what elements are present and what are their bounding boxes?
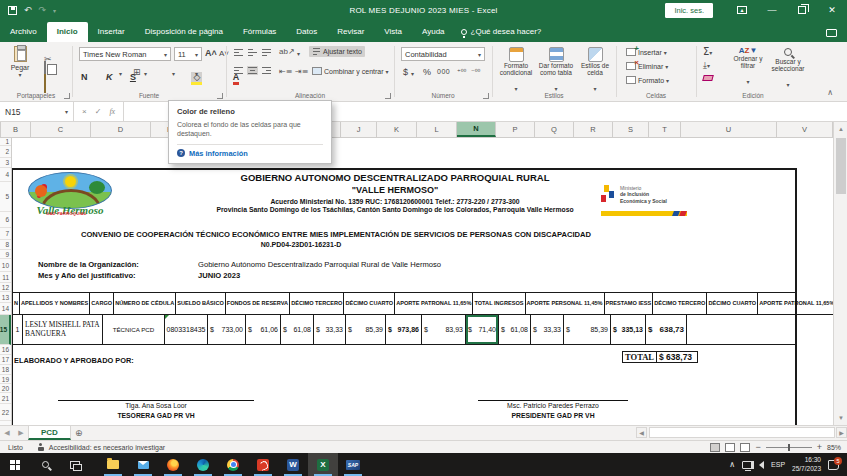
column-header[interactable]: V xyxy=(777,122,833,137)
tell-me-box[interactable]: ¿Qué desea hacer? xyxy=(455,27,552,42)
column-header[interactable]: P xyxy=(496,122,535,137)
comma-style-icon[interactable]: 000 xyxy=(437,68,450,75)
insert-function-icon[interactable]: fx xyxy=(109,107,115,116)
sheet-tab-pcd[interactable]: PCD xyxy=(28,426,71,440)
orientation-dropdown-icon[interactable]: ▾ xyxy=(297,50,300,57)
edge-button[interactable] xyxy=(188,453,218,476)
column-header[interactable]: T xyxy=(649,122,681,137)
scroll-up-icon[interactable]: ▲ xyxy=(834,122,847,136)
column-header[interactable]: N xyxy=(457,122,496,137)
payroll-header-cell[interactable]: APORTE PERSONAL 11,45% xyxy=(526,293,605,315)
find-select-button[interactable]: Buscar y seleccionar▾ xyxy=(769,46,807,91)
cell-liquido-recibir[interactable]: $638,73 xyxy=(646,315,687,344)
clock[interactable]: 16:30 25/7/2023 xyxy=(792,456,821,473)
column-header[interactable]: S xyxy=(613,122,649,137)
payroll-header-cell[interactable]: SUELDO BÁSICO xyxy=(176,293,226,315)
delete-cells-button[interactable]: Eliminar▾ xyxy=(623,61,671,71)
language-indicator[interactable]: ESP xyxy=(771,461,785,468)
payroll-header-cell[interactable]: DÉCIMO CUARTO xyxy=(344,293,395,315)
accounting-dropdown-icon[interactable]: ▾ xyxy=(411,70,414,77)
word-button[interactable]: W xyxy=(278,453,308,476)
cell-aporte-patronal-egr[interactable]: $85,39 xyxy=(564,315,611,344)
cell-styles-button[interactable]: Estilos de celda▾ xyxy=(577,47,613,95)
ribbon-tab[interactable]: Insertar xyxy=(88,22,135,42)
payroll-header-cell[interactable]: APELLIDOS Y NOMBRES xyxy=(20,293,90,315)
payroll-header-cell[interactable]: FONDOS DE RESERVA xyxy=(226,293,290,315)
chrome-button[interactable] xyxy=(218,453,248,476)
vertical-scroll-thumb[interactable] xyxy=(836,138,846,194)
borders-dropdown-icon[interactable]: ▾ xyxy=(144,70,147,77)
ribbon-tab[interactable]: Revisar xyxy=(327,22,374,42)
column-header[interactable]: L xyxy=(417,122,457,137)
autosum-icon[interactable]: Σ▾ xyxy=(703,46,712,57)
cell-decimo-cuarto-egr[interactable]: $33,33 xyxy=(531,315,564,344)
ribbon-tab[interactable]: Disposición de página xyxy=(135,22,233,42)
confirm-entry-icon[interactable]: ✓ xyxy=(95,107,102,116)
payroll-header-cell[interactable]: APORTE PATRONAL 11,65% xyxy=(758,293,833,315)
zoom-level[interactable]: 85% xyxy=(827,444,841,451)
cell-decimo-tercero-ing[interactable]: $61,08 xyxy=(281,315,314,344)
file-explorer-button[interactable] xyxy=(98,453,128,476)
number-dialog-launcher-icon[interactable] xyxy=(483,93,489,99)
decrease-decimal-icon[interactable]: ⁻⁰⁰ xyxy=(471,68,480,76)
zoom-in-icon[interactable]: + xyxy=(817,442,822,452)
cell-recibi-conforme[interactable] xyxy=(687,315,792,344)
paste-dropdown-icon[interactable]: ▾ xyxy=(5,71,35,78)
clear-icon[interactable] xyxy=(702,75,714,81)
payroll-header-cell[interactable]: CARGO xyxy=(90,293,114,315)
accounting-format-icon[interactable]: $ xyxy=(403,67,408,77)
align-left-icon[interactable] xyxy=(233,66,244,75)
collapse-ribbon-icon[interactable]: ∧ xyxy=(827,88,833,97)
tooltip-help-link[interactable]: ? Más información xyxy=(177,149,323,158)
payroll-header-cell[interactable]: N xyxy=(13,293,20,315)
select-all-corner[interactable] xyxy=(0,122,1,137)
worksheet-area[interactable]: 12345678910111213141516171819202122 Vall… xyxy=(0,138,833,425)
alignment-dialog-launcher-icon[interactable] xyxy=(385,93,391,99)
notification-icon[interactable]: 5 xyxy=(828,460,839,470)
hscroll-right-icon[interactable]: ▶ xyxy=(836,427,847,438)
column-header[interactable]: R xyxy=(574,122,613,137)
column-header[interactable]: B xyxy=(1,122,31,137)
borders-icon[interactable]: ⊞ xyxy=(133,67,141,77)
cell-sueldo[interactable]: $733,00 xyxy=(208,315,246,344)
payroll-header-cell[interactable]: APORTE PATRONAL 11,65% xyxy=(395,293,473,315)
cell-aporte-personal[interactable]: $83,93 xyxy=(422,315,466,344)
column-header[interactable]: K xyxy=(377,122,417,137)
increase-font-icon[interactable]: A˄ xyxy=(205,48,217,58)
sap-button[interactable]: SAP xyxy=(338,453,368,476)
payroll-header-cell[interactable]: TOTAL INGRESOS xyxy=(473,293,525,315)
cell-n[interactable]: 1 xyxy=(13,315,23,344)
bold-button[interactable]: N xyxy=(81,72,88,82)
zoom-slider[interactable] xyxy=(766,447,812,448)
cell-total-egresos[interactable]: $335,13 xyxy=(611,315,646,344)
vertical-scrollbar[interactable]: ▲ ▼ xyxy=(833,122,847,425)
cell-aporte-patronal-ing[interactable]: $85,39 xyxy=(346,315,386,344)
hidden-icons-chevron[interactable]: ∧ xyxy=(729,460,735,469)
column-header[interactable]: U xyxy=(681,122,777,137)
firefox-button[interactable] xyxy=(158,453,188,476)
conditional-format-button[interactable]: Formato condicional▾ xyxy=(497,47,535,95)
scroll-down-icon[interactable]: ▼ xyxy=(834,411,847,425)
percent-icon[interactable]: % xyxy=(423,67,431,77)
sheet-nav-left-icon[interactable]: ◀ xyxy=(0,426,14,440)
align-right-icon[interactable] xyxy=(261,66,272,75)
underline-dropdown-icon[interactable]: ▾ xyxy=(119,70,122,77)
insert-cells-button[interactable]: Insertar▾ xyxy=(623,47,670,57)
zoom-out-icon[interactable]: − xyxy=(755,442,760,452)
font-size-combo[interactable]: 11▾ xyxy=(174,47,202,61)
column-header[interactable]: Q xyxy=(535,122,574,137)
align-bottom-icon[interactable] xyxy=(261,48,272,57)
fill-icon[interactable]: ⤓▾ xyxy=(703,60,710,71)
cancel-entry-icon[interactable]: × xyxy=(82,107,87,116)
ribbon-tab[interactable]: Vista xyxy=(374,22,412,42)
font-dialog-launcher-icon[interactable] xyxy=(217,93,223,99)
page-break-view-icon[interactable] xyxy=(740,443,750,452)
normal-view-icon[interactable] xyxy=(710,443,720,452)
cell-decimo-cuarto-ing[interactable]: $33,33 xyxy=(314,315,346,344)
clipboard-dialog-launcher-icon[interactable] xyxy=(64,93,70,99)
font-color-dropdown-icon[interactable]: ▾ xyxy=(195,70,198,77)
increase-indent-icon[interactable]: ⇥≡ xyxy=(295,67,308,76)
align-middle-icon[interactable] xyxy=(247,48,258,57)
cell-prestamo-iess-selected[interactable]: $71,40 xyxy=(466,315,499,344)
ribbon-tab[interactable]: Datos xyxy=(286,22,327,42)
